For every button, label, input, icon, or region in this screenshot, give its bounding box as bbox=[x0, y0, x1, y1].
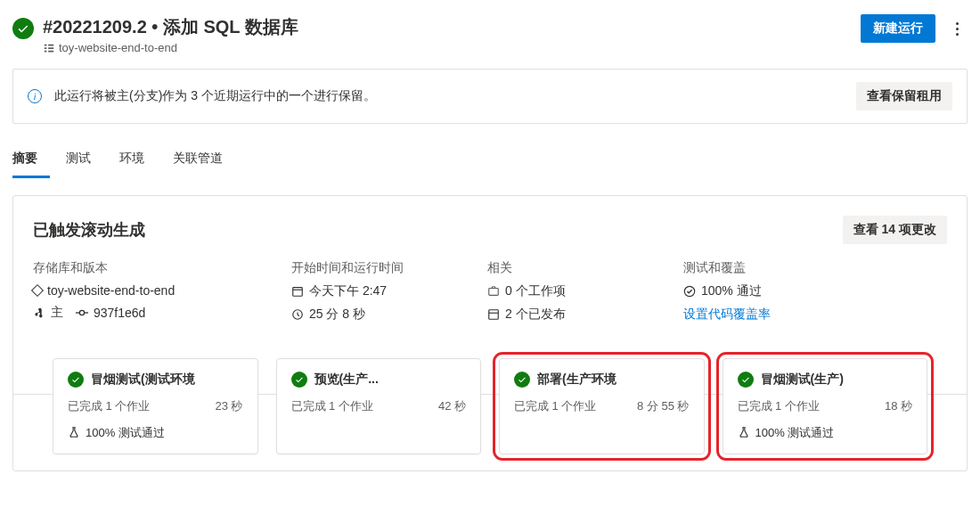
svg-point-0 bbox=[79, 310, 84, 315]
stage-jobs: 已完成 1 个作业 bbox=[514, 398, 596, 414]
header-left: #20221209.2 • 添加 SQL 数据库 toy-website-end… bbox=[12, 14, 298, 54]
coverage-link[interactable]: 设置代码覆盖率 bbox=[683, 307, 826, 323]
tab-related[interactable]: 关联管道 bbox=[173, 142, 235, 178]
stage-sub: 已完成 1 个作业42 秒 bbox=[291, 398, 467, 414]
clock-icon bbox=[291, 308, 304, 321]
success-status-icon bbox=[12, 18, 34, 39]
stage-sub: 已完成 1 个作业18 秒 bbox=[738, 398, 913, 414]
pipeline-subtitle[interactable]: toy-website-end-to-end bbox=[43, 41, 298, 54]
calendar-icon bbox=[291, 285, 304, 298]
view-changes-button[interactable]: 查看 14 项更改 bbox=[843, 216, 947, 244]
pass-rate-row[interactable]: 100% 通过 bbox=[683, 283, 826, 299]
info-icon: i bbox=[28, 89, 42, 103]
banner-content: i 此运行将被主(分支)作为 3 个近期运行中的一个进行保留。 bbox=[28, 88, 376, 104]
stage-head: 预览(生产... bbox=[291, 372, 467, 388]
work-items: 0 个工作项 bbox=[505, 283, 566, 299]
summary-title: 已触发滚动生成 bbox=[33, 219, 145, 241]
related-label: 相关 bbox=[487, 260, 630, 276]
retention-banner: i 此运行将被主(分支)作为 3 个近期运行中的一个进行保留。 查看保留租用 bbox=[12, 69, 968, 124]
tabs: 摘要 测试 环境 关联管道 bbox=[0, 142, 980, 179]
pipeline-icon bbox=[43, 42, 55, 54]
success-status-icon bbox=[738, 372, 754, 388]
stage-card[interactable]: 冒烟测试(生产)已完成 1 个作业18 秒100% 测试通过 bbox=[723, 358, 928, 454]
stage-test: 100% 测试通过 bbox=[68, 425, 243, 441]
stage-card[interactable]: 预览(生产...已完成 1 个作业42 秒 bbox=[276, 358, 482, 454]
duration-row: 25 分 8 秒 bbox=[291, 307, 434, 323]
stage-duration: 42 秒 bbox=[438, 398, 466, 414]
branch-icon bbox=[33, 307, 45, 319]
banner-text: 此运行将被主(分支)作为 3 个近期运行中的一个进行保留。 bbox=[54, 88, 376, 104]
header-actions: 新建运行 bbox=[861, 14, 968, 43]
repo-label: 存储库和版本 bbox=[33, 260, 238, 276]
stage-jobs: 已完成 1 个作业 bbox=[738, 398, 820, 414]
meta-tests: 测试和覆盖 100% 通过 设置代码覆盖率 bbox=[683, 260, 826, 323]
commit-icon bbox=[76, 307, 88, 319]
success-status-icon bbox=[291, 372, 307, 388]
stage-head: 部署(生产环境 bbox=[514, 372, 690, 388]
summary-section: 已触发滚动生成 查看 14 项更改 存储库和版本 toy-website-end… bbox=[12, 195, 968, 471]
stage-test-text: 100% 测试通过 bbox=[755, 425, 835, 441]
stage-sub: 已完成 1 个作业23 秒 bbox=[68, 398, 243, 414]
page-title: #20221209.2 • 添加 SQL 数据库 bbox=[43, 14, 298, 39]
title-block: #20221209.2 • 添加 SQL 数据库 toy-website-end… bbox=[43, 14, 298, 54]
stage-duration: 8 分 55 秒 bbox=[637, 398, 690, 414]
published-row[interactable]: 2 个已发布 bbox=[487, 307, 630, 323]
svg-rect-7 bbox=[489, 310, 499, 320]
stage-name: 部署(生产环境 bbox=[537, 372, 617, 388]
stage-card[interactable]: 冒烟测试(测试环境已完成 1 个作业23 秒100% 测试通过 bbox=[53, 358, 258, 454]
meta-time: 开始时间和运行时间 今天下午 2:47 25 分 8 秒 bbox=[291, 260, 434, 323]
stage-head: 冒烟测试(测试环境 bbox=[68, 372, 243, 388]
artifact-icon bbox=[487, 308, 500, 321]
success-status-icon bbox=[514, 372, 530, 388]
more-menu-button[interactable] bbox=[946, 17, 968, 41]
published: 2 个已发布 bbox=[505, 307, 566, 323]
flask-icon bbox=[68, 426, 80, 441]
meta-related: 相关 0 个工作项 2 个已发布 bbox=[487, 260, 630, 323]
summary-head: 已触发滚动生成 查看 14 项更改 bbox=[13, 216, 967, 260]
stage-name: 预览(生产... bbox=[314, 372, 379, 388]
branch-commit-row: 主 937f1e6d bbox=[33, 305, 238, 321]
repo-name: toy-website-end-to-end bbox=[47, 283, 175, 298]
stage-test: 100% 测试通过 bbox=[738, 425, 913, 441]
new-run-button[interactable]: 新建运行 bbox=[861, 14, 935, 43]
check-icon bbox=[683, 285, 696, 298]
stage-jobs: 已完成 1 个作业 bbox=[291, 398, 373, 414]
repo-icon bbox=[31, 284, 44, 297]
svg-rect-3 bbox=[293, 288, 303, 297]
success-status-icon bbox=[68, 372, 84, 388]
stage-duration: 18 秒 bbox=[885, 398, 912, 414]
tab-summary[interactable]: 摘要 bbox=[12, 142, 50, 178]
pass-rate: 100% 通过 bbox=[701, 283, 762, 299]
workitem-icon bbox=[487, 285, 500, 298]
tab-tests[interactable]: 测试 bbox=[66, 142, 103, 178]
stages: 冒烟测试(测试环境已完成 1 个作业23 秒100% 测试通过预览(生产...已… bbox=[13, 358, 967, 454]
start-time-row: 今天下午 2:47 bbox=[291, 283, 434, 299]
stage-name: 冒烟测试(生产) bbox=[761, 372, 844, 388]
stage-card[interactable]: 部署(生产环境已完成 1 个作业8 分 55 秒 bbox=[499, 358, 705, 454]
repo-name-row[interactable]: toy-website-end-to-end bbox=[33, 283, 238, 298]
duration: 25 分 8 秒 bbox=[309, 307, 365, 323]
time-label: 开始时间和运行时间 bbox=[291, 260, 434, 276]
stage-sub: 已完成 1 个作业8 分 55 秒 bbox=[514, 398, 690, 414]
page-header: #20221209.2 • 添加 SQL 数据库 toy-website-end… bbox=[0, 0, 980, 69]
branch-name[interactable]: 主 bbox=[51, 305, 63, 321]
stages-wrap: 冒烟测试(测试环境已完成 1 个作业23 秒100% 测试通过预览(生产...已… bbox=[13, 331, 967, 458]
work-items-row[interactable]: 0 个工作项 bbox=[487, 283, 630, 299]
stage-head: 冒烟测试(生产) bbox=[738, 372, 913, 388]
start-time: 今天下午 2:47 bbox=[309, 283, 387, 299]
flask-icon bbox=[738, 426, 750, 441]
meta-repo: 存储库和版本 toy-website-end-to-end 主 937f1e6d bbox=[33, 260, 238, 323]
tab-environments[interactable]: 环境 bbox=[119, 142, 157, 178]
view-retention-button[interactable]: 查看保留租用 bbox=[856, 82, 952, 110]
commit-hash[interactable]: 937f1e6d bbox=[94, 306, 145, 320]
tests-label: 测试和覆盖 bbox=[683, 260, 826, 276]
stage-duration: 23 秒 bbox=[215, 398, 242, 414]
svg-rect-6 bbox=[489, 289, 499, 296]
meta-grid: 存储库和版本 toy-website-end-to-end 主 937f1e6d… bbox=[13, 260, 967, 331]
stage-jobs: 已完成 1 个作业 bbox=[68, 398, 150, 414]
stage-test-text: 100% 测试通过 bbox=[86, 425, 165, 441]
pipeline-name: toy-website-end-to-end bbox=[59, 41, 177, 54]
stage-name: 冒烟测试(测试环境 bbox=[91, 372, 195, 388]
